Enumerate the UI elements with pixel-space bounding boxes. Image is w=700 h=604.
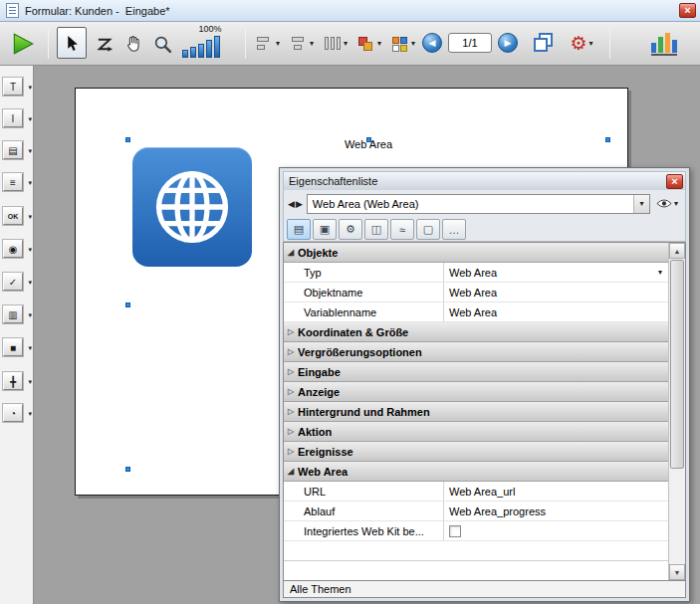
- combo-dropdown-button[interactable]: ▾: [633, 195, 649, 213]
- zoom-bars-icon[interactable]: [182, 34, 238, 58]
- radio-tool[interactable]: ◉▾: [3, 240, 32, 260]
- move-hand-tool[interactable]: [120, 31, 146, 57]
- align-center-tool[interactable]: ▾: [287, 32, 317, 56]
- text-tool[interactable]: T▾: [3, 78, 32, 98]
- object-nav-arrows[interactable]: ◀▶: [288, 199, 304, 209]
- display-options-button[interactable]: [531, 30, 559, 58]
- chevron-down-icon[interactable]: ▾: [28, 344, 32, 352]
- scrollbar-thumb[interactable]: [670, 260, 684, 469]
- disclosure-collapsed-icon[interactable]: ▷: [284, 347, 298, 356]
- listbox-tool[interactable]: ▤▾: [3, 141, 32, 161]
- align-left-tool[interactable]: ▾: [253, 32, 283, 56]
- selection-handle[interactable]: [366, 137, 371, 142]
- chevron-down-icon[interactable]: ▾: [28, 410, 32, 418]
- chevron-down-icon[interactable]: ▾: [276, 40, 280, 48]
- scroll-up-button[interactable]: ▲: [669, 243, 685, 259]
- chevron-down-icon[interactable]: ▾: [28, 213, 32, 221]
- view-options-button[interactable]: ▾: [653, 194, 681, 214]
- events-tab[interactable]: ≈: [390, 219, 414, 240]
- section-row-eingabe[interactable]: ▷ Eingabe: [284, 362, 668, 382]
- disclosure-expanded-icon[interactable]: ◢: [284, 248, 298, 257]
- disclosure-collapsed-icon[interactable]: ▷: [284, 387, 298, 396]
- chevron-down-icon[interactable]: ▾: [658, 269, 662, 277]
- cursor-arrow-icon: [64, 35, 81, 52]
- color-grid-icon: [391, 36, 409, 52]
- ablauf-value-field[interactable]: Web Area_progress: [443, 502, 668, 520]
- color-tool[interactable]: ▾: [388, 32, 418, 56]
- section-row-web-area[interactable]: ◢ Web Area: [284, 462, 668, 482]
- url-value-field[interactable]: Web Area_url: [443, 482, 668, 501]
- entry-order-tool[interactable]: [92, 31, 117, 57]
- list-forms-button[interactable]: [649, 30, 679, 58]
- property-grid-scrollbar[interactable]: ▲ ▼: [668, 243, 685, 580]
- chevron-down-icon[interactable]: ▾: [344, 40, 348, 48]
- distribute-tool[interactable]: ▾: [321, 32, 350, 56]
- settings-tab[interactable]: ⚙: [339, 219, 362, 240]
- field-tool[interactable]: I▾: [3, 109, 32, 129]
- more-tab[interactable]: …: [442, 219, 466, 240]
- window-titlebar[interactable]: Formular: Kunden - Eingabe* ×: [0, 0, 700, 22]
- disclosure-expanded-icon[interactable]: ◢: [284, 467, 298, 476]
- typ-value-dropdown[interactable]: Web Area ▾: [443, 263, 668, 282]
- rectangle-tool[interactable]: ■▾: [3, 338, 32, 358]
- chevron-down-icon[interactable]: ▾: [674, 200, 678, 208]
- zoom-level-widget[interactable]: 100%: [182, 24, 238, 58]
- section-label: Vergrößerungsoptionen: [298, 346, 422, 358]
- palette-close-button[interactable]: ×: [666, 174, 683, 189]
- disclosure-collapsed-icon[interactable]: ▷: [284, 427, 298, 436]
- execute-settings-button[interactable]: ⚙ ▾: [565, 30, 598, 58]
- objektname-value-field[interactable]: Web Area: [443, 283, 668, 302]
- combobox-tool[interactable]: ≡▾: [3, 173, 32, 193]
- palette-titlebar[interactable]: Eigenschaftenliste ×: [283, 171, 686, 190]
- splitter-tool[interactable]: ╋▾: [3, 372, 32, 392]
- properties-tab-icon: ▤: [294, 223, 304, 236]
- chevron-down-icon[interactable]: ▾: [589, 40, 593, 48]
- section-row-koordinaten[interactable]: ▷ Koordinaten & Größe: [284, 322, 668, 342]
- theme-filter-bar[interactable]: Alle Themen: [283, 581, 686, 598]
- button-tool[interactable]: OK▾: [3, 207, 32, 227]
- zoom-tool[interactable]: [149, 31, 175, 57]
- section-row-objekte[interactable]: ◢ Objekte: [284, 243, 668, 263]
- variablenname-value-field[interactable]: Web Area: [443, 302, 668, 321]
- disclosure-collapsed-icon[interactable]: ▷: [284, 367, 298, 376]
- chevron-down-icon[interactable]: ▾: [28, 179, 32, 187]
- section-row-ereignisse[interactable]: ▷ Ereignisse: [284, 442, 668, 462]
- scroll-down-button[interactable]: ▼: [669, 564, 685, 580]
- properties-tab[interactable]: ▤: [287, 219, 311, 240]
- display-tab[interactable]: ▢: [416, 219, 440, 240]
- selection-handle[interactable]: [125, 302, 130, 307]
- chevron-down-icon[interactable]: ▾: [28, 378, 32, 386]
- section-row-anzeige[interactable]: ▷ Anzeige: [284, 382, 668, 402]
- window-close-button[interactable]: ×: [679, 3, 696, 18]
- section-row-hintergrund[interactable]: ▷ Hintergrund und Rahmen: [284, 402, 668, 422]
- disclosure-collapsed-icon[interactable]: ▷: [284, 407, 298, 416]
- selection-handle[interactable]: [125, 137, 130, 142]
- selection-handle[interactable]: [125, 467, 130, 472]
- chevron-down-icon[interactable]: ▾: [28, 279, 32, 287]
- object-selector-combo[interactable]: Web Area (Web Area) ▾: [307, 194, 650, 214]
- chevron-down-icon[interactable]: ▾: [28, 115, 32, 123]
- checkbox-tool[interactable]: ✓▾: [3, 273, 32, 293]
- select-arrow-tool[interactable]: [57, 27, 87, 59]
- section-row-vergroesserung[interactable]: ▷ Vergrößerungsoptionen: [284, 342, 668, 362]
- chevron-down-icon[interactable]: ▾: [377, 40, 381, 48]
- run-form-button[interactable]: [6, 29, 40, 59]
- chevron-down-icon[interactable]: ▾: [28, 84, 32, 92]
- chevron-down-icon[interactable]: ▾: [28, 246, 32, 254]
- windows-tab[interactable]: ◫: [364, 219, 388, 240]
- selection-handle[interactable]: [605, 137, 610, 142]
- object-order-tool[interactable]: ▾: [354, 32, 384, 56]
- section-row-aktion[interactable]: ▷ Aktion: [284, 422, 668, 442]
- columns-tool[interactable]: ▥▾: [3, 305, 32, 325]
- page-tab[interactable]: ▣: [313, 219, 337, 240]
- next-page-button[interactable]: ▶: [498, 33, 518, 53]
- chevron-down-icon[interactable]: ▾: [310, 40, 314, 48]
- disclosure-collapsed-icon[interactable]: ▷: [284, 327, 298, 336]
- webkit-checkbox[interactable]: [449, 525, 461, 537]
- plugin-tool[interactable]: ◔▾: [3, 404, 32, 424]
- chevron-down-icon[interactable]: ▾: [28, 311, 32, 319]
- previous-page-button[interactable]: ◀: [422, 33, 442, 53]
- disclosure-collapsed-icon[interactable]: ▷: [284, 447, 298, 456]
- chevron-down-icon[interactable]: ▾: [28, 147, 32, 155]
- chevron-down-icon[interactable]: ▾: [411, 40, 415, 48]
